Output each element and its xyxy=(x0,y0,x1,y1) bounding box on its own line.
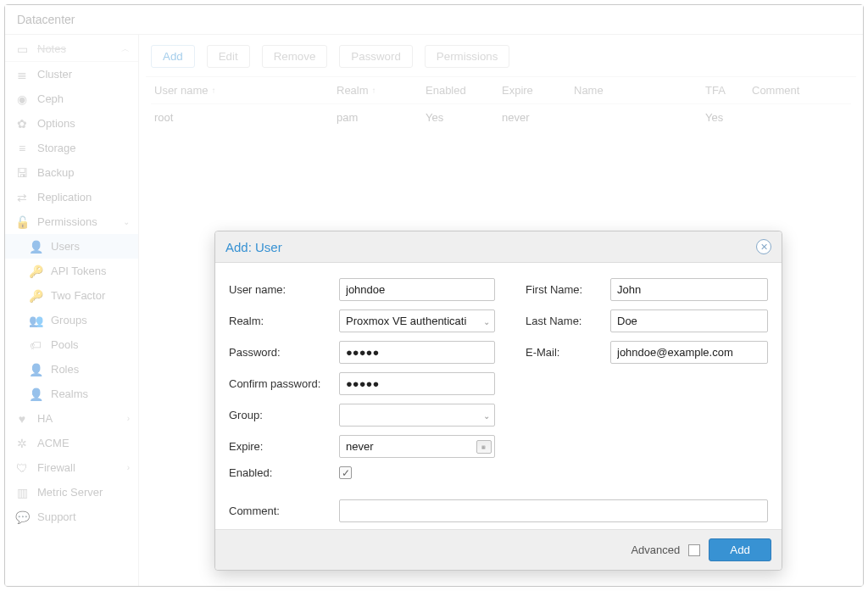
label-expire: Expire: xyxy=(229,440,339,453)
label-confirm: Confirm password: xyxy=(229,377,339,390)
user-icon: 👤 xyxy=(29,364,42,376)
sidebar-item-backup[interactable]: 🖫 Backup xyxy=(5,160,138,185)
email-input[interactable] xyxy=(610,341,768,364)
chat-icon: 💬 xyxy=(15,511,29,523)
label-password: Password: xyxy=(229,346,339,359)
users-table: User name↑ Realm↑ Enabled Expire Name TF… xyxy=(146,76,856,131)
cluster-icon: ≣ xyxy=(15,69,29,81)
gear-icon: ✿ xyxy=(15,118,29,130)
password-button[interactable]: Password xyxy=(339,45,413,68)
advanced-checkbox[interactable] xyxy=(688,544,700,556)
col-realm[interactable]: Realm↑ xyxy=(333,77,422,104)
sidebar-item-groups[interactable]: 👥 Groups xyxy=(5,308,138,332)
key-icon: 🔑 xyxy=(29,265,42,277)
sidebar-item-support[interactable]: 💬 Support xyxy=(5,505,138,529)
sidebar-item-cluster[interactable]: ≣ Cluster xyxy=(5,62,138,86)
col-enabled[interactable]: Enabled xyxy=(422,77,498,104)
chevron-right-icon: › xyxy=(127,414,130,423)
permissions-button[interactable]: Permissions xyxy=(425,45,510,68)
edit-button[interactable]: Edit xyxy=(207,45,250,68)
cell-comment xyxy=(748,104,851,131)
lastname-input[interactable] xyxy=(610,309,768,332)
col-name[interactable]: Name xyxy=(570,77,702,104)
table-row[interactable]: root pam Yes never Yes xyxy=(146,104,856,131)
add-user-dialog: Add: User ✕ User name: Realm: ⌄ P xyxy=(214,231,782,571)
sidebar-item-metric-server[interactable]: ▥ Metric Server xyxy=(5,480,138,505)
sidebar: ▭ Notes ︿ ≣ Cluster ◉ Ceph ✿ Options ≡ S… xyxy=(5,35,139,586)
cell-name xyxy=(570,104,702,131)
sort-up-icon: ↑ xyxy=(372,86,376,95)
cell-username: root xyxy=(151,104,333,131)
sidebar-item-acme[interactable]: ✲ ACME xyxy=(5,431,138,455)
chart-icon: ▥ xyxy=(15,487,29,499)
col-tfa[interactable]: TFA xyxy=(702,77,748,104)
user-icon: 👤 xyxy=(29,241,42,253)
tag-icon: 🏷 xyxy=(29,339,42,351)
label-comment: Comment: xyxy=(229,505,339,517)
close-button[interactable]: ✕ xyxy=(756,239,771,254)
sidebar-item-ha[interactable]: ♥ HA › xyxy=(5,406,138,431)
page-title: Datacenter xyxy=(5,5,863,35)
cell-tfa: Yes xyxy=(702,104,748,131)
sidebar-item-roles[interactable]: 👤 Roles xyxy=(5,357,138,382)
label-realm: Realm: xyxy=(229,315,339,327)
label-lastname: Last Name: xyxy=(526,315,610,327)
col-comment[interactable]: Comment xyxy=(748,77,851,104)
col-expire[interactable]: Expire xyxy=(498,77,570,104)
key-icon: 🔑 xyxy=(29,290,42,302)
firstname-input[interactable] xyxy=(610,278,768,301)
label-group: Group: xyxy=(229,409,339,421)
lock-icon: 🔓 xyxy=(15,216,29,228)
dialog-add-button[interactable]: Add xyxy=(709,538,771,561)
remove-button[interactable]: Remove xyxy=(262,45,328,68)
group-icon: 👥 xyxy=(29,315,42,326)
username-input[interactable] xyxy=(339,278,495,301)
cell-expire: never xyxy=(498,104,570,131)
sidebar-item-firewall[interactable]: 🛡 Firewall › xyxy=(5,455,138,480)
col-username[interactable]: User name↑ xyxy=(151,77,333,104)
backup-icon: 🖫 xyxy=(15,167,29,179)
cert-icon: ✲ xyxy=(15,438,29,449)
expire-input[interactable] xyxy=(339,435,495,458)
sidebar-item-pools[interactable]: 🏷 Pools xyxy=(5,332,138,357)
sidebar-item-api-tokens[interactable]: 🔑 API Tokens xyxy=(5,259,138,283)
cell-realm: pam xyxy=(333,104,422,131)
add-button[interactable]: Add xyxy=(151,45,195,68)
confirm-password-input[interactable] xyxy=(339,372,495,395)
sort-up-icon: ↑ xyxy=(212,86,216,95)
label-advanced: Advanced xyxy=(631,544,680,556)
chevron-up-icon: ︿ xyxy=(121,43,130,55)
cell-enabled: Yes xyxy=(422,104,498,131)
comment-input[interactable] xyxy=(339,499,768,522)
sidebar-item-users[interactable]: 👤 Users xyxy=(5,234,138,259)
sidebar-item-realms[interactable]: 👤 Realms xyxy=(5,382,138,406)
ceph-icon: ◉ xyxy=(15,93,29,105)
heart-icon: ♥ xyxy=(15,413,29,425)
label-firstname: First Name: xyxy=(526,283,610,296)
sidebar-item-options[interactable]: ✿ Options xyxy=(5,111,138,136)
sidebar-item-notes[interactable]: ▭ Notes ︿ xyxy=(5,36,138,62)
close-icon: ✕ xyxy=(760,242,768,253)
sidebar-item-storage[interactable]: ≡ Storage xyxy=(5,136,138,160)
dialog-title: Add: User xyxy=(225,240,756,254)
label-username: User name: xyxy=(229,283,339,296)
group-select[interactable] xyxy=(339,404,495,427)
sidebar-item-two-factor[interactable]: 🔑 Two Factor xyxy=(5,283,138,308)
sidebar-item-permissions[interactable]: 🔓 Permissions ⌄ xyxy=(5,209,138,234)
label-enabled: Enabled: xyxy=(229,466,339,479)
user-icon: 👤 xyxy=(29,388,42,400)
sidebar-item-replication[interactable]: ⇄ Replication xyxy=(5,185,138,209)
notes-icon: ▭ xyxy=(15,43,29,55)
storage-icon: ≡ xyxy=(15,142,29,154)
replication-icon: ⇄ xyxy=(15,192,29,204)
shield-icon: 🛡 xyxy=(15,462,29,474)
password-input[interactable] xyxy=(339,341,495,364)
toolbar: Add Edit Remove Password Permissions xyxy=(146,45,856,76)
sidebar-item-ceph[interactable]: ◉ Ceph xyxy=(5,86,138,111)
enabled-checkbox[interactable]: ✓ xyxy=(339,466,352,479)
label-email: E-Mail: xyxy=(526,346,610,359)
chevron-down-icon: ⌄ xyxy=(123,217,130,226)
realm-select[interactable] xyxy=(339,309,495,332)
chevron-right-icon: › xyxy=(127,463,130,472)
